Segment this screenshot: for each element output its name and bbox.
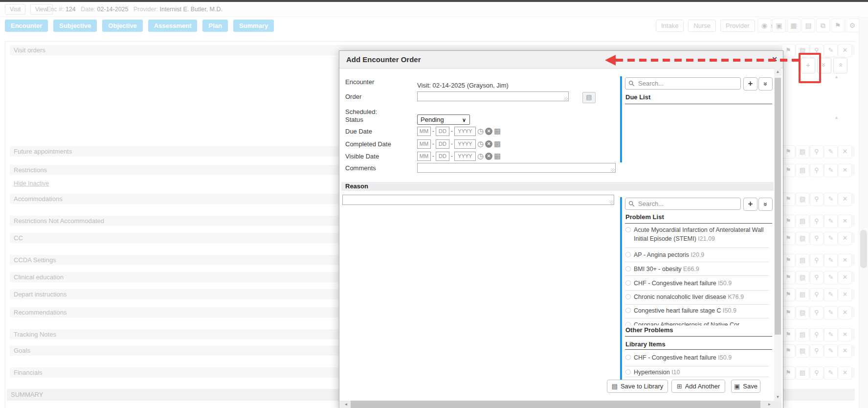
order-label: Order <box>345 93 361 100</box>
expand-list-button[interactable]: » <box>758 77 773 91</box>
completed-date-dd-input[interactable] <box>436 139 449 149</box>
radio-icon[interactable] <box>625 227 631 232</box>
add-another-button[interactable]: ⊞Add Another <box>671 380 725 393</box>
library-item[interactable]: Hypertension I10 <box>625 368 772 377</box>
problem-item[interactable]: CHF - Congestive heart failure I50.9 <box>625 279 772 288</box>
problem-code: I21.09 <box>698 235 715 242</box>
resize-handle-icon <box>610 201 613 204</box>
vertical-scrollbar-thumb[interactable] <box>775 78 781 335</box>
resize-handle-icon <box>564 97 568 100</box>
list-divider <box>625 248 769 248</box>
due-date-dd-input[interactable] <box>436 127 449 136</box>
add-search-item-button[interactable]: + <box>743 77 757 91</box>
completed-date-yyyy-input[interactable] <box>454 139 476 149</box>
clear-date-icon[interactable]: ✕ <box>485 128 492 135</box>
encounter-value: Visit: 02-14-2025 (Grayson, Jim) <box>417 82 509 89</box>
problem-name: AP - Angina pectoris <box>634 251 689 258</box>
calendar-picker-icon[interactable]: ▦ <box>494 127 501 136</box>
scroll-up-icon[interactable]: ▲ <box>774 68 781 75</box>
radio-icon[interactable] <box>625 266 631 272</box>
problem-item[interactable]: AP - Angina pectoris I20.9 <box>625 250 772 259</box>
completed-date-mm-input[interactable] <box>417 139 431 149</box>
book-icon: ▤ <box>612 383 618 390</box>
order-lookup-button[interactable]: ▤ <box>582 92 596 103</box>
other-problems-divider <box>625 336 772 337</box>
problem-code: I10 <box>671 369 680 376</box>
horizontal-scrollbar-thumb[interactable] <box>351 401 760 408</box>
scheduled-label: Scheduled: <box>345 108 377 115</box>
encounter-label: Encounter <box>345 78 374 86</box>
problem-item[interactable]: BMI 30+ - obesity E66.9 <box>625 265 772 273</box>
add-search-item-button[interactable]: + <box>743 198 757 211</box>
clock-icon[interactable]: ◷ <box>477 152 484 160</box>
radio-icon[interactable] <box>625 355 631 360</box>
library-item[interactable]: CHF - Congestive heart failure I50.9 <box>625 353 772 362</box>
order-search <box>625 77 741 90</box>
comments-input[interactable] <box>417 163 616 173</box>
due-list-header: Due List <box>625 93 650 101</box>
calendar-picker-icon[interactable]: ▦ <box>494 139 501 148</box>
list-divider <box>625 366 769 366</box>
save-button[interactable]: ▣Save <box>731 380 760 393</box>
chevron-down-icon: ∨ <box>462 115 466 125</box>
problem-code: E66.9 <box>683 266 699 272</box>
resize-handle-icon <box>611 168 615 172</box>
list-divider <box>625 275 769 276</box>
problem-name: BMI 30+ - obesity <box>634 266 682 272</box>
list-divider <box>625 262 769 262</box>
dialog-vertical-scrollbar[interactable]: ▲ ▼ <box>774 68 781 401</box>
visible-date-mm-input[interactable] <box>417 152 431 161</box>
status-select[interactable]: Pending∨ <box>417 114 470 125</box>
calendar-picker-icon[interactable]: ▦ <box>494 152 501 160</box>
save-to-library-button[interactable]: ▤Save to Library <box>607 380 668 393</box>
order-search-input[interactable] <box>625 77 741 90</box>
due-date-yyyy-input[interactable] <box>454 127 476 136</box>
problem-item[interactable]: Acute Myocardial Infarction of Anterolat… <box>625 226 772 243</box>
list-divider <box>625 304 769 305</box>
annotation-arrowhead <box>605 55 616 66</box>
list-divider <box>625 377 769 377</box>
reason-search <box>625 198 741 210</box>
reason-section-header: Reason <box>341 182 774 191</box>
radio-icon[interactable] <box>625 294 631 299</box>
order-input[interactable] <box>417 91 569 101</box>
problem-item[interactable]: Chronic nonalcoholic liver disease K76.9 <box>625 293 772 301</box>
expand-list-button[interactable]: » <box>758 198 773 211</box>
problem-name: CHF - Congestive heart failure <box>634 280 716 287</box>
date-separator: - <box>451 128 453 135</box>
radio-icon[interactable] <box>625 308 631 313</box>
date-separator: - <box>432 153 434 159</box>
visible-date-label: Visible Date <box>345 153 379 160</box>
radio-icon[interactable] <box>625 252 631 257</box>
problem-list-accent-bar <box>620 197 622 380</box>
reason-input-wrap <box>342 195 614 205</box>
reason-search-input[interactable] <box>625 198 741 210</box>
clear-date-icon[interactable]: ✕ <box>485 140 492 148</box>
screen: Visit View Enc #: 124 Date: 02-14-2025 P… <box>0 0 868 408</box>
completed-date-label: Completed Date <box>345 140 391 148</box>
radio-icon[interactable] <box>625 369 631 375</box>
dialog-horizontal-scrollbar[interactable]: ◄ ► <box>340 401 774 408</box>
scroll-right-icon[interactable]: ► <box>766 401 773 408</box>
scroll-left-icon[interactable]: ◄ <box>342 401 350 408</box>
due-date-mm-input[interactable] <box>417 127 431 136</box>
reason-input[interactable] <box>342 195 614 205</box>
clock-icon[interactable]: ◷ <box>477 139 484 148</box>
clock-icon[interactable]: ◷ <box>477 127 484 136</box>
due-list-accent-bar <box>620 76 622 162</box>
comments-label: Comments <box>345 164 376 172</box>
dialog-title: Add Encounter Order <box>346 51 421 68</box>
due-list-divider <box>625 104 772 104</box>
visible-date-yyyy-input[interactable] <box>454 152 476 161</box>
radio-icon[interactable] <box>625 322 631 325</box>
date-separator: - <box>432 140 434 147</box>
scroll-down-icon[interactable]: ▼ <box>774 393 781 401</box>
clear-date-icon[interactable]: ✕ <box>485 153 492 160</box>
due-date-row: -- ◷ ✕ ▦ <box>417 126 501 136</box>
list-divider <box>625 290 769 291</box>
double-chevron-down-icon: » <box>759 203 772 206</box>
radio-icon[interactable] <box>625 280 631 286</box>
problem-item[interactable]: Congestive heart failure stage C I50.9 <box>625 306 772 315</box>
visible-date-dd-input[interactable] <box>436 152 449 161</box>
problem-item-clipped[interactable]: Coronary Atherosclerosis of Native Cor <box>625 320 772 325</box>
